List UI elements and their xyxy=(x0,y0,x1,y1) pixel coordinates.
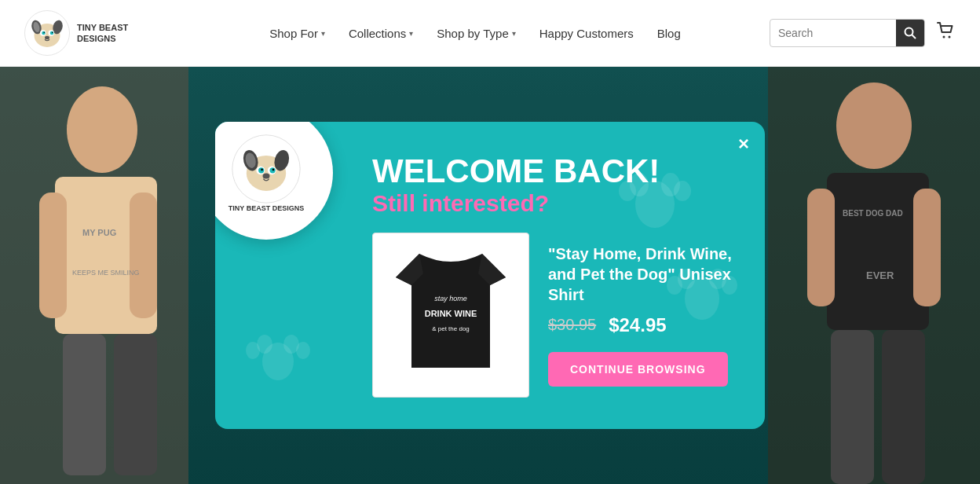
header-right xyxy=(770,19,956,47)
svg-point-66 xyxy=(283,336,299,354)
chevron-down-icon: ▾ xyxy=(512,29,516,38)
svg-text:DRINK WINE: DRINK WINE xyxy=(425,309,477,318)
site-header: Tiny Beast Designs Shop For ▾ Collection… xyxy=(0,0,980,67)
svg-text:& pet the dog: & pet the dog xyxy=(432,325,470,332)
svg-point-80 xyxy=(263,173,270,178)
svg-point-14 xyxy=(943,36,945,38)
product-row: stay home DRINK WINE & pet the dog "Stay… xyxy=(372,233,733,398)
popup-logo-circle: Tiny Beast Designs xyxy=(215,122,333,240)
price-row: $30.95 $24.95 xyxy=(548,314,733,336)
chevron-down-icon: ▾ xyxy=(409,29,413,38)
still-interested-text: Still interested? xyxy=(372,190,733,217)
svg-point-10 xyxy=(52,32,53,34)
svg-point-9 xyxy=(44,32,46,34)
close-button[interactable]: × xyxy=(738,134,749,153)
svg-point-7 xyxy=(42,31,46,35)
price-sale: $24.95 xyxy=(609,314,666,336)
welcome-title: WELCOME BACK! xyxy=(372,153,733,189)
site-logo-text: Tiny Beast Designs xyxy=(77,22,140,45)
popup-content: WELCOME BACK! Still interested? stay hom… xyxy=(372,153,733,397)
svg-point-79 xyxy=(272,168,275,170)
product-info: "Stay Home, Drink Wine, and Pet the Dog"… xyxy=(548,244,733,387)
svg-point-11 xyxy=(45,36,49,40)
price-original: $30.95 xyxy=(548,316,596,334)
nav-shop-by-type[interactable]: Shop by Type ▾ xyxy=(437,27,515,40)
svg-text:stay home: stay home xyxy=(434,295,467,302)
svg-point-15 xyxy=(949,36,951,38)
svg-point-8 xyxy=(50,31,54,35)
nav-collections[interactable]: Collections ▾ xyxy=(349,27,413,40)
logo-area[interactable]: Tiny Beast Designs xyxy=(24,9,181,57)
main-nav: Shop For ▾ Collections ▾ Shop by Type ▾ … xyxy=(181,27,770,40)
popup-modal: Tiny Beast Designs × WELCOME BACK! Still… xyxy=(215,122,765,428)
svg-point-64 xyxy=(262,343,294,381)
product-image-box: stay home DRINK WINE & pet the dog xyxy=(372,233,529,398)
search-bar[interactable] xyxy=(770,19,925,47)
svg-point-67 xyxy=(246,343,260,360)
svg-point-68 xyxy=(296,343,310,360)
search-button[interactable] xyxy=(896,19,924,47)
continue-browsing-button[interactable]: CONTINUE BROWSING xyxy=(548,352,728,387)
popup-logo-icon xyxy=(231,134,302,204)
product-name: "Stay Home, Drink Wine, and Pet the Dog"… xyxy=(548,244,733,305)
nav-blog[interactable]: Blog xyxy=(657,27,681,40)
svg-point-12 xyxy=(905,28,913,36)
popup-overlay: Tiny Beast Designs × WELCOME BACK! Still… xyxy=(0,67,980,484)
nav-shop-for[interactable]: Shop For ▾ xyxy=(269,27,325,40)
nav-happy-customers[interactable]: Happy Customers xyxy=(539,27,634,40)
site-logo-icon xyxy=(24,9,71,57)
svg-point-78 xyxy=(261,168,263,170)
product-tshirt-image: stay home DRINK WINE & pet the dog xyxy=(388,246,514,383)
svg-point-65 xyxy=(257,336,272,354)
chevron-down-icon: ▾ xyxy=(321,29,325,38)
cart-icon[interactable] xyxy=(934,20,956,46)
popup-logo-text: Tiny Beast Designs xyxy=(229,204,304,214)
search-input[interactable] xyxy=(770,27,896,39)
svg-line-13 xyxy=(912,35,916,39)
search-icon xyxy=(904,27,916,39)
page-background: MY PUG KEEPS ME SMILING BEST DOG DAD EVE… xyxy=(0,67,980,484)
